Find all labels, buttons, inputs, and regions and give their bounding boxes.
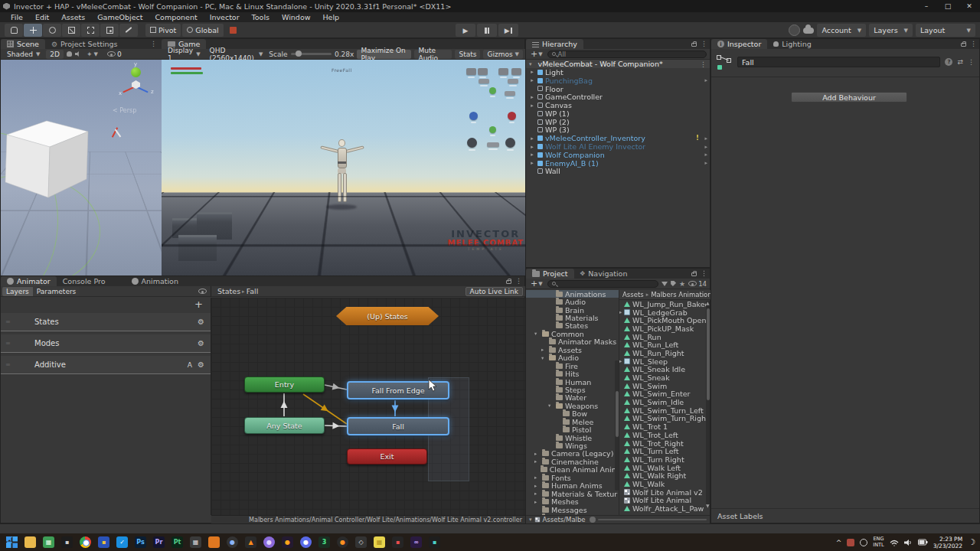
hud-button[interactable]: [478, 68, 488, 75]
expander-icon[interactable]: ▸: [619, 358, 622, 364]
hierarchy-item[interactable]: ▸GameController: [526, 93, 710, 101]
play-button[interactable]: ▶: [456, 24, 475, 37]
lock-icon[interactable]: [961, 43, 966, 47]
scene-row-menu-icon[interactable]: ⋮: [700, 60, 707, 68]
tab-animation[interactable]: Animation: [126, 276, 185, 286]
expander-icon[interactable]: ▸: [541, 347, 547, 353]
hierarchy-item[interactable]: ▸Wolf Companion▸: [526, 151, 710, 159]
asset-row[interactable]: WL_Swim_Turn_Left: [619, 406, 711, 415]
folder-row[interactable]: Brain: [526, 306, 619, 314]
funnel-icon[interactable]: [662, 282, 668, 286]
folder-row[interactable]: ▸Camera (Legacy): [526, 450, 619, 458]
folder-row[interactable]: ▾Audio: [526, 354, 619, 362]
taskbar-unity-hub[interactable]: ◇: [355, 536, 367, 548]
prefab-children-icon[interactable]: ▸: [704, 152, 707, 158]
focus-assist-moon-icon[interactable]: ☽: [968, 537, 975, 547]
clock[interactable]: 2:23 PM 3/23/2022: [933, 536, 962, 549]
tab-scene[interactable]: Scene: [1, 39, 45, 49]
taskbar-vlc[interactable]: ▲: [245, 536, 256, 548]
folder-row[interactable]: ▸Cinemachine: [526, 458, 619, 465]
hand-tool-button[interactable]: [5, 24, 23, 37]
hud-button[interactable]: [467, 138, 477, 148]
taskbar-discord[interactable]: ●: [300, 536, 312, 548]
global-toggle[interactable]: Global: [182, 24, 223, 37]
layer-settings-gear-icon[interactable]: ⚙: [198, 318, 204, 326]
expander-icon[interactable]: ▾: [534, 331, 540, 337]
move-tool-button[interactable]: [24, 24, 42, 37]
project-search-input[interactable]: [547, 280, 658, 288]
folder-row[interactable]: ▸Materials & Textur: [526, 490, 619, 497]
hierarchy-item[interactable]: WP (3): [526, 126, 710, 135]
pause-button[interactable]: [477, 24, 497, 37]
close-button[interactable]: ✕: [959, 0, 980, 12]
star-icon[interactable]: ★: [679, 280, 685, 288]
state-node-exit[interactable]: Exit: [347, 448, 427, 465]
taskbar-purple-orb[interactable]: ●: [263, 536, 275, 548]
asset-row[interactable]: WL_Swim_Idle: [619, 398, 711, 406]
camera-settings[interactable]: 0: [104, 50, 125, 59]
transform-tool-button[interactable]: [100, 24, 119, 37]
scene-header-row[interactable]: ▾ vMeleeCombat - Wolf Companion* ⋮: [526, 60, 710, 68]
hierarchy-item[interactable]: ▸PunchingBag▸: [526, 77, 710, 85]
folder-scrollbar[interactable]: [615, 360, 619, 491]
hierarchy-item[interactable]: Wall: [526, 168, 710, 176]
gizmos-dropdown[interactable]: Gizmos▼: [483, 50, 523, 59]
hud-button[interactable]: [469, 112, 478, 120]
expander-icon[interactable]: ▸: [534, 451, 540, 457]
menu-file[interactable]: File: [5, 12, 29, 22]
drag-handle-icon[interactable]: ≡: [5, 318, 10, 325]
taskbar-blue-app[interactable]: ▪: [98, 536, 109, 548]
hierarchy-item[interactable]: WP (2): [526, 118, 710, 126]
effects-dropdown[interactable]: ✦▼: [83, 50, 101, 59]
scroll-down-icon[interactable]: ▼: [706, 503, 710, 508]
taskbar-green-pt-app[interactable]: Pt: [172, 536, 183, 548]
breadcrumb-fall[interactable]: Fall: [247, 287, 259, 295]
menu-tools[interactable]: Tools: [246, 12, 276, 22]
animator-layer-additive[interactable]: ≡AdditiveA⚙: [1, 356, 211, 374]
game-view[interactable]: FreeFall INVECTOR MELEE COMBAT TEMPLATE: [162, 60, 526, 276]
state-name-field[interactable]: Fall: [737, 57, 940, 67]
folder-row[interactable]: Materials: [526, 314, 619, 321]
orientation-gizmo[interactable]: x y z: [114, 66, 158, 110]
tab-animator[interactable]: Animator: [1, 276, 57, 286]
folder-row[interactable]: Pistol: [526, 425, 619, 433]
subtab-parameters[interactable]: Parameters: [33, 287, 80, 296]
axis-y-handle[interactable]: [131, 67, 141, 77]
add-layer-button[interactable]: +: [1, 298, 211, 310]
folder-row[interactable]: Animator Masks: [526, 338, 619, 346]
folder-row[interactable]: ▾Common: [526, 330, 619, 337]
menu-window[interactable]: Window: [276, 12, 316, 22]
language-indicator[interactable]: ENGINTL: [873, 536, 884, 548]
folder-row[interactable]: Bow: [526, 410, 619, 418]
help-icon[interactable]: ?: [945, 58, 952, 66]
asset-row[interactable]: WL_Run: [619, 333, 711, 341]
scene-view[interactable]: x y z < Persp: [1, 60, 162, 276]
tab-project-settings[interactable]: ⚙Project Settings: [45, 39, 124, 49]
add-behaviour-button[interactable]: Add Behaviour: [791, 92, 907, 103]
hud-button[interactable]: [511, 68, 521, 75]
hidden-count[interactable]: 14: [688, 280, 707, 288]
expander-icon[interactable]: ▸: [529, 152, 535, 158]
asset-row[interactable]: WL_Swim_Enter: [619, 390, 711, 399]
tab-navigation[interactable]: ✥Navigation: [574, 269, 634, 279]
taskbar-visual-studio[interactable]: ∞: [410, 536, 422, 548]
state-menu-icon[interactable]: ⋮: [968, 58, 975, 66]
taskbar-file-explorer[interactable]: [24, 536, 36, 548]
asset-row[interactable]: WL_Turn Left: [619, 447, 711, 455]
wifi-icon[interactable]: [890, 539, 899, 546]
tab-inspector[interactable]: iInspector: [711, 39, 767, 49]
pivot-toggle[interactable]: Pivot: [145, 24, 181, 37]
asset-scrollbar[interactable]: ▲ ▼: [706, 301, 710, 507]
expander-icon[interactable]: ▸: [534, 491, 540, 497]
breadcrumb[interactable]: States ▸ Fall: [217, 287, 258, 295]
snap-grid-icon[interactable]: [230, 27, 237, 34]
asset-row[interactable]: WL_Run_Left: [619, 341, 711, 349]
folder-row[interactable]: Hits: [526, 370, 619, 377]
prefab-children-icon[interactable]: ▸: [704, 135, 707, 142]
prefab-children-icon[interactable]: ▸: [704, 160, 707, 166]
animator-menu-icon[interactable]: ⋮: [515, 277, 522, 285]
taskbar-photoshop[interactable]: Ps: [135, 536, 146, 548]
scene-light-toggle-icon[interactable]: [67, 51, 72, 57]
menu-assets[interactable]: Assets: [55, 12, 91, 22]
inspector-menu-icon[interactable]: ⋮: [970, 40, 977, 47]
